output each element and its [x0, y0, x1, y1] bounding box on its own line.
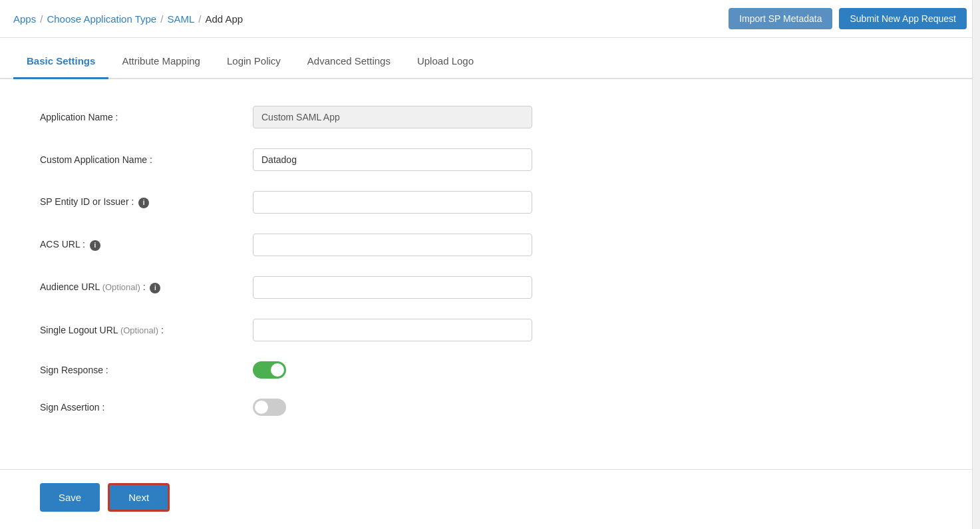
sign-assertion-toggle[interactable]	[253, 399, 286, 416]
breadcrumb: Apps / Choose Application Type / SAML / …	[13, 13, 243, 25]
custom-app-name-label: Custom Application Name :	[40, 154, 253, 165]
sign-response-label: Sign Response :	[40, 365, 253, 375]
form-content: Application Name : Custom Application Na…	[0, 79, 980, 462]
tab-upload-logo[interactable]: Upload Logo	[404, 45, 487, 79]
breadcrumb-apps[interactable]: Apps	[13, 13, 36, 25]
breadcrumb-saml[interactable]: SAML	[167, 13, 194, 25]
breadcrumb-choose-app[interactable]: Choose Application Type	[47, 13, 156, 25]
custom-app-name-row: Custom Application Name :	[40, 148, 940, 171]
tab-bar: Basic Settings Attribute Mapping Login P…	[0, 45, 980, 79]
sign-assertion-knob	[255, 401, 268, 414]
breadcrumb-sep1: /	[40, 13, 43, 25]
application-name-input[interactable]	[253, 106, 532, 128]
acs-url-info-icon[interactable]: i	[90, 240, 100, 251]
sp-entity-input[interactable]	[253, 191, 532, 214]
audience-url-info-icon[interactable]: i	[150, 283, 160, 293]
application-name-label: Application Name :	[40, 112, 253, 122]
scrollbar[interactable]	[972, 0, 980, 525]
sign-response-knob	[271, 363, 284, 377]
submit-new-app-request-button[interactable]: Submit New App Request	[839, 8, 967, 29]
sign-assertion-slider	[253, 399, 286, 416]
sign-assertion-label: Sign Assertion :	[40, 402, 253, 413]
single-logout-url-row: Single Logout URL (Optional) :	[40, 319, 940, 341]
application-name-row: Application Name :	[40, 106, 940, 128]
single-logout-url-input[interactable]	[253, 319, 532, 341]
custom-app-name-input[interactable]	[253, 148, 532, 171]
sign-response-slider	[253, 361, 286, 379]
import-sp-metadata-button[interactable]: Import SP Metadata	[729, 8, 832, 29]
audience-url-label: Audience URL (Optional) : i	[40, 281, 253, 293]
tab-login-policy[interactable]: Login Policy	[214, 45, 294, 79]
sign-assertion-row: Sign Assertion :	[40, 399, 940, 416]
bottom-buttons: Save Next	[0, 469, 980, 525]
tab-advanced-settings[interactable]: Advanced Settings	[294, 45, 404, 79]
single-logout-url-label: Single Logout URL (Optional) :	[40, 325, 253, 335]
save-button[interactable]: Save	[40, 483, 100, 512]
header: Apps / Choose Application Type / SAML / …	[0, 0, 980, 38]
header-buttons: Import SP Metadata Submit New App Reques…	[729, 8, 967, 29]
tab-attribute-mapping[interactable]: Attribute Mapping	[108, 45, 214, 79]
sp-entity-info-icon[interactable]: i	[138, 198, 149, 208]
tab-basic-settings[interactable]: Basic Settings	[13, 45, 108, 79]
audience-url-input[interactable]	[253, 276, 532, 299]
sp-entity-row: SP Entity ID or Issuer : i	[40, 191, 940, 214]
acs-url-row: ACS URL : i	[40, 234, 940, 256]
breadcrumb-sep3: /	[198, 13, 201, 25]
sp-entity-label: SP Entity ID or Issuer : i	[40, 196, 253, 208]
sign-response-row: Sign Response :	[40, 361, 940, 379]
breadcrumb-current: Add App	[205, 13, 243, 25]
audience-url-row: Audience URL (Optional) : i	[40, 276, 940, 299]
acs-url-label: ACS URL : i	[40, 239, 253, 250]
next-button[interactable]: Next	[108, 483, 170, 512]
acs-url-input[interactable]	[253, 234, 532, 256]
breadcrumb-sep2: /	[160, 13, 163, 25]
sign-response-toggle[interactable]	[253, 361, 286, 379]
